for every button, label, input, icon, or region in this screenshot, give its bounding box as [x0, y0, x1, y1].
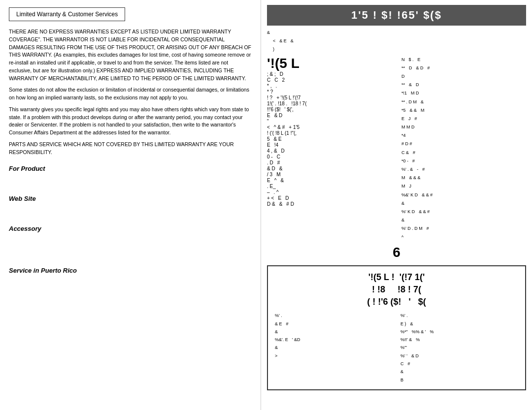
rcr-line14: %' . & - #	[401, 165, 526, 173]
right-bottom-box: '!(5 L ! '(!7 1(' ! !8 !8 ! 7( ( ! !'6 (…	[267, 265, 526, 390]
rcr-line5: *!1 M D	[401, 89, 526, 97]
right-col-left: '!(5 L ; & ; D C C 2 * , . * ? ! ? + '!(…	[267, 56, 392, 242]
rcr-line13: *0 - #	[401, 157, 526, 165]
bl-line4: %&'. E ' &D	[275, 336, 393, 344]
col-left-line13: E !4	[267, 142, 392, 148]
col-left-line11: ! ('( !8 L (1 !"(,	[267, 130, 392, 136]
col-left-line4: * ?	[267, 89, 392, 95]
rcr-line15: M & & &	[401, 174, 526, 182]
col-left-line16: . D #	[267, 160, 392, 165]
body-para-2: Some states do not allow the exclusion o…	[9, 86, 252, 102]
br-line3: %*" %% & ' %	[400, 328, 518, 336]
col-left-line22: + < E D	[267, 195, 392, 201]
right-bottom-title: '!(5 L ! '(!7 1(' ! !8 !8 ! 7( ( ! !'6 (…	[275, 271, 518, 309]
body-para-4: PARTS AND SERVICE WHICH ARE NOT COVERED …	[9, 141, 252, 157]
line-1: &	[267, 29, 526, 36]
col-left-line20: . E_	[267, 184, 392, 189]
bl-line3: &	[275, 328, 393, 336]
rcr-line20: &	[401, 216, 526, 224]
col-left-line1: ; & ; D	[267, 71, 392, 77]
rcr-line18: &	[401, 199, 526, 207]
br-line4: %!!' & %	[400, 336, 518, 344]
line-2: < & E &	[273, 37, 526, 45]
big-text-left: '!(5 L	[267, 56, 392, 71]
line-3: )	[273, 45, 526, 53]
rcr-line12: C & #	[401, 149, 526, 157]
bottom-content-row: %' . & E # & %&'. E ' &D & >	[275, 312, 518, 384]
right-scattered-text: & < & E & )	[267, 29, 526, 54]
bl-line5: &	[275, 344, 393, 351]
col-left-line8: E & D	[267, 113, 392, 118]
warranty-body: THERE ARE NO EXPRESS WARRANTIES EXCEPT A…	[9, 28, 252, 156]
section-accessory: Accessory	[9, 225, 252, 232]
col-left-line23: D & & # D	[267, 201, 392, 207]
warranty-title: Limited Warranty & Customer Services	[16, 11, 118, 18]
warranty-title-box: Limited Warranty & Customer Services	[9, 7, 125, 21]
rcr-line4: ** & D	[401, 81, 526, 89]
rcr-line11: # D #	[401, 140, 526, 148]
bl-line1: %' .	[275, 312, 393, 319]
section-web-site: Web Site	[9, 195, 252, 202]
right-col-right: N $ . E ** D & D # D ** & D	[401, 56, 526, 242]
col-left-line15: 0 - C	[267, 154, 392, 159]
rcr-line10: *4	[401, 131, 526, 139]
br-line6: %' ' & D	[400, 352, 518, 360]
col-left-line10: < ^ & # + 1'5	[267, 125, 392, 130]
rcr-line6: ** . D M &	[401, 98, 526, 106]
col-left-line7: !!'6 ($! ' $(',	[267, 107, 392, 112]
br-line5: %'"	[400, 344, 518, 351]
rcr-line9: M M D	[401, 123, 526, 131]
rcr-line8: E J #	[401, 115, 526, 123]
rcr-line17: %&' K D & & #	[401, 191, 526, 199]
col-left-line5: ! ? + '!(5 L !'(!7	[267, 95, 392, 100]
rcr-line21: %' D . D M #	[401, 224, 526, 232]
rcr-line22: ^	[401, 233, 526, 241]
br-line9: B	[400, 377, 518, 384]
col-left-line3: * , .	[267, 83, 392, 89]
br-line1: %' .	[400, 312, 518, 319]
right-main-title: 1'5 ! $! !65' $($	[267, 5, 526, 26]
bottom-left-col: %' . & E # & %&'. E ' &D & >	[275, 312, 393, 384]
rcr-line2: ** D & D #	[401, 64, 526, 72]
rcr-line1: N $ . E	[401, 56, 526, 63]
right-big-number: 6	[267, 245, 526, 260]
col-left-line6: 1!(' . !18 . !18 ! 7(	[267, 101, 392, 106]
br-line2: E ) &	[400, 320, 518, 328]
body-para-3: This warranty gives you specific legal r…	[9, 106, 252, 137]
right-panel: 1'5 ! $! !65' $($ & < & E & ) '!(5 L ; &…	[261, 0, 532, 410]
rcr-line19: %' K D & & #	[401, 208, 526, 216]
section-puerto-rico: Service in Puerto Rico	[9, 267, 252, 274]
bl-line2: & E #	[275, 320, 393, 328]
br-line7: C #	[400, 360, 518, 368]
bottom-right-col: %' . E ) & %*" %% & ' % %!!' & % %'"	[400, 312, 518, 384]
rcr-line7: *5 & & M	[401, 106, 526, 114]
col-left-line21: – . ^	[267, 189, 392, 195]
br-line8: &	[400, 368, 518, 376]
col-left-line18: / 3 M	[267, 172, 392, 177]
right-col-right-content: N $ . E ** D & D # D ** & D	[401, 56, 526, 241]
col-left-line2: C C 2	[267, 77, 392, 83]
col-left-line19: E ^ &	[267, 178, 392, 183]
rcr-line16: M J	[401, 182, 526, 190]
col-left-line12: 5 & E	[267, 136, 392, 142]
rcr-line3: D	[401, 72, 526, 80]
left-panel: Limited Warranty & Customer Services THE…	[0, 0, 261, 410]
col-left-line17: & D &	[267, 166, 392, 171]
col-left-line9: "	[267, 119, 392, 124]
col-left-line14: 4 , & D	[267, 148, 392, 154]
section-for-product: For Product	[9, 165, 252, 172]
bl-line6: >	[275, 352, 393, 360]
body-para-1: THERE ARE NO EXPRESS WARRANTIES EXCEPT A…	[9, 28, 252, 82]
right-two-col: '!(5 L ; & ; D C C 2 * , . * ? ! ? + '!(…	[267, 56, 526, 242]
